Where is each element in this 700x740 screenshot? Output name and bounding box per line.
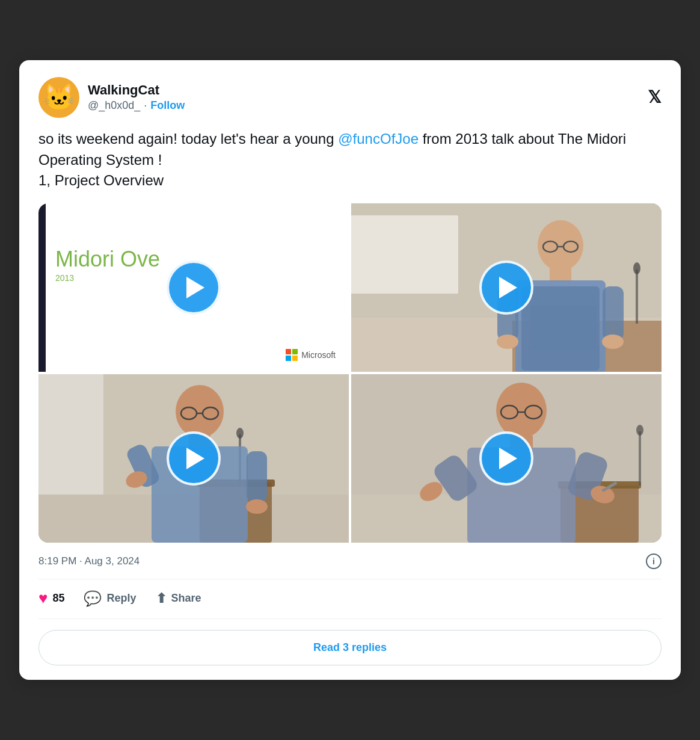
media-cell-1[interactable]: Midori Ove 2013 Microsoft [38, 203, 349, 372]
tweet-text: so its weekend again! today let's hear a… [38, 129, 662, 191]
play-triangle-icon-2 [499, 277, 517, 298]
slide-logo: Microsoft [286, 349, 336, 361]
separator-dot: · [144, 99, 147, 112]
svg-rect-2 [351, 215, 458, 294]
like-button[interactable]: ♥ 85 [38, 589, 64, 608]
follow-button[interactable]: Follow [150, 99, 185, 112]
tweet-mention[interactable]: @funcOfJoe [338, 131, 419, 147]
microsoft-label: Microsoft [301, 350, 336, 360]
play-button-4[interactable] [479, 431, 533, 486]
svg-point-26 [236, 428, 244, 439]
media-grid: Midori Ove 2013 Microsoft [38, 203, 662, 543]
tweet-text-part1: so its weekend again! today let's hear a… [38, 131, 338, 147]
tweet-text-part3: 1, Project Overview [38, 172, 164, 188]
play-button-3[interactable] [167, 431, 221, 486]
media-cell-2[interactable] [351, 203, 662, 372]
svg-point-43 [636, 425, 643, 436]
reply-icon: 💬 [84, 590, 102, 607]
svg-rect-22 [38, 374, 103, 495]
svg-rect-31 [247, 451, 267, 502]
like-count: 85 [52, 592, 64, 605]
svg-rect-14 [603, 286, 624, 341]
reply-button[interactable]: 💬 Reply [84, 590, 136, 607]
media-cell-4[interactable] [351, 374, 662, 543]
tweet-card: 🐱 WalkingCat @_h0x0d_ · Follow 𝕏 so its … [19, 60, 681, 680]
svg-point-33 [246, 499, 268, 514]
svg-point-8 [633, 262, 640, 274]
svg-rect-12 [521, 286, 600, 371]
play-triangle-icon-3 [186, 448, 204, 469]
play-triangle-icon-4 [499, 448, 517, 469]
timestamp-sep: · [79, 555, 82, 567]
svg-point-16 [602, 335, 624, 349]
timestamp-date: Aug 3, 2024 [85, 555, 140, 567]
play-button-1[interactable] [167, 261, 221, 315]
play-triangle-icon [186, 277, 204, 298]
svg-rect-10 [550, 267, 571, 282]
svg-point-15 [497, 335, 518, 349]
read-replies-button[interactable]: Read 3 replies [38, 630, 662, 665]
user-info-group: 🐱 WalkingCat @_h0x0d_ · Follow [38, 77, 185, 118]
heart-icon: ♥ [38, 589, 48, 608]
display-name: WalkingCat [88, 82, 185, 98]
svg-rect-7 [636, 270, 638, 324]
tweet-header: 🐱 WalkingCat @_h0x0d_ · Follow 𝕏 [38, 77, 662, 118]
info-icon[interactable]: i [646, 553, 662, 569]
x-logo-icon[interactable]: 𝕏 [648, 87, 662, 107]
share-button[interactable]: ⬆ Share [156, 591, 201, 606]
reply-label: Reply [106, 592, 136, 605]
share-label: Share [171, 592, 201, 605]
timestamp-row: 8:19 PM · Aug 3, 2024 i [38, 553, 662, 579]
actions-row: ♥ 85 💬 Reply ⬆ Share [38, 589, 662, 619]
handle: @_h0x0d_ [88, 99, 140, 112]
svg-rect-42 [639, 431, 641, 486]
svg-point-9 [538, 220, 583, 271]
user-info: WalkingCat @_h0x0d_ · Follow [88, 82, 185, 112]
timestamp-time: 8:19 PM [38, 555, 76, 567]
media-cell-3[interactable] [38, 374, 349, 543]
svg-point-44 [496, 383, 547, 438]
timestamp: 8:19 PM · Aug 3, 2024 [38, 555, 140, 567]
play-button-2[interactable] [479, 261, 533, 315]
handle-row: @_h0x0d_ · Follow [88, 99, 185, 112]
share-icon: ⬆ [156, 591, 167, 606]
svg-point-27 [176, 385, 224, 438]
avatar: 🐱 [38, 77, 79, 118]
